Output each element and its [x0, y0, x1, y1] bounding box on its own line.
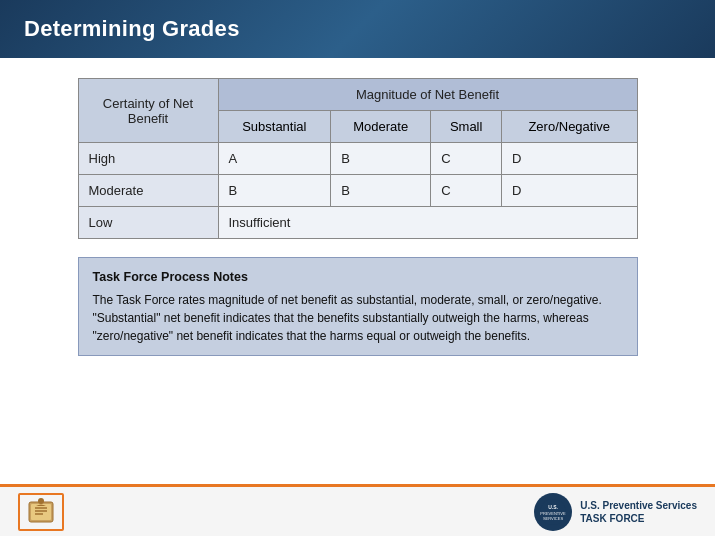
cell-moderate-small: C — [431, 175, 502, 207]
svg-rect-1 — [31, 504, 51, 520]
slide-title: Determining Grades — [24, 16, 240, 42]
slide-content: Certainty of Net Benefit Magnitude of Ne… — [0, 58, 715, 484]
footer-right-logo: U.S. PREVENTIVE SERVICES U.S. Preventive… — [534, 493, 697, 531]
grade-table: Certainty of Net Benefit Magnitude of Ne… — [78, 78, 638, 239]
magnitude-header: Magnitude of Net Benefit — [218, 79, 637, 111]
cell-moderate-substantial: B — [218, 175, 331, 207]
slide-footer: U.S. PREVENTIVE SERVICES U.S. Preventive… — [0, 484, 715, 536]
cell-high-moderate: B — [331, 143, 431, 175]
table-row-header1: Certainty of Net Benefit Magnitude of Ne… — [78, 79, 637, 111]
cell-insufficient: Insufficient — [218, 207, 637, 239]
table-row-low: Low Insufficient — [78, 207, 637, 239]
footer-left-icon — [25, 498, 57, 526]
cell-high-zeroneg: D — [501, 143, 637, 175]
uspstf-logo-circle: U.S. PREVENTIVE SERVICES — [534, 493, 572, 531]
subheader-moderate: Moderate — [331, 111, 431, 143]
svg-text:U.S.: U.S. — [548, 504, 558, 510]
subheader-zeroneg: Zero/Negative — [501, 111, 637, 143]
subheader-small: Small — [431, 111, 502, 143]
cell-high-small: C — [431, 143, 502, 175]
table-row-high: High A B C D — [78, 143, 637, 175]
slide-header: Determining Grades — [0, 0, 715, 58]
cell-high-substantial: A — [218, 143, 331, 175]
svg-text:SERVICES: SERVICES — [543, 516, 563, 521]
row-header-low: Low — [78, 207, 218, 239]
certainty-label: Certainty of Net Benefit — [78, 79, 218, 143]
cell-moderate-zeroneg: D — [501, 175, 637, 207]
notes-title: Task Force Process Notes — [93, 268, 623, 287]
row-header-high: High — [78, 143, 218, 175]
cell-moderate-moderate: B — [331, 175, 431, 207]
svg-point-5 — [38, 498, 44, 504]
footer-logo-text: U.S. Preventive Services TASK FORCE — [580, 499, 697, 525]
notes-body: The Task Force rates magnitude of net be… — [93, 291, 623, 345]
notes-box: Task Force Process Notes The Task Force … — [78, 257, 638, 356]
table-row-moderate: Moderate B B C D — [78, 175, 637, 207]
row-header-moderate: Moderate — [78, 175, 218, 207]
footer-left-logo — [18, 493, 64, 531]
subheader-substantial: Substantial — [218, 111, 331, 143]
uspstf-icon: U.S. PREVENTIVE SERVICES — [539, 498, 567, 526]
